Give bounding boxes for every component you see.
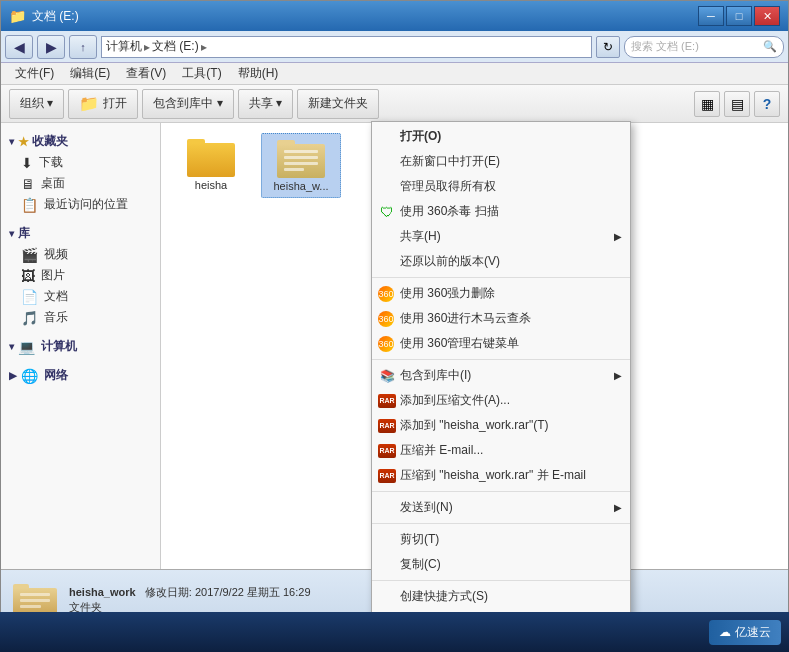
network-section: ▶ 🌐 网络 (1, 365, 160, 386)
recent-icon: 📋 (21, 197, 38, 213)
sidebar-item-pictures[interactable]: 🖼 图片 (1, 265, 160, 286)
libraries-section: ▾ 库 🎬 视频 🖼 图片 📄 文档 🎵 音乐 (1, 223, 160, 328)
file-item-heisha[interactable]: heisha (171, 133, 251, 198)
status-text: heisha_work 修改日期: 2017/9/22 星期五 16:29 文件… (69, 585, 311, 615)
file-label-heisha: heisha (195, 179, 227, 192)
menu-edit[interactable]: 编辑(E) (62, 63, 118, 84)
breadcrumb-computer[interactable]: 计算机 (106, 38, 142, 55)
new-folder-label: 新建文件夹 (308, 95, 368, 112)
search-icon: 🔍 (763, 40, 777, 53)
window-title: 文档 (E:) (32, 8, 698, 25)
minimize-button[interactable]: ─ (698, 6, 724, 26)
ctx-360-scan[interactable]: 🛡 使用 360杀毒 扫描 (372, 199, 630, 224)
computer-header[interactable]: ▾ 💻 计算机 (1, 336, 160, 357)
ctx-360-force-delete[interactable]: 360 使用 360强力删除 (372, 281, 630, 306)
context-menu: 打开(O) 在新窗口中打开(E) 管理员取得所有权 🛡 使用 360杀毒 扫描 … (371, 121, 631, 652)
ctx-360-trojan-scan[interactable]: 360 使用 360进行木马云查杀 (372, 306, 630, 331)
favorites-arrow: ▾ (9, 136, 14, 147)
organize-button[interactable]: 组织 ▾ (9, 89, 64, 119)
sidebar-item-music[interactable]: 🎵 音乐 (1, 307, 160, 328)
folder-inner-lines (284, 150, 318, 172)
menu-tools[interactable]: 工具(T) (174, 63, 229, 84)
ctx-cut[interactable]: 剪切(T) (372, 527, 630, 552)
forward-button[interactable]: ▶ (37, 35, 65, 59)
help-button[interactable]: ? (754, 91, 780, 117)
rar-icon-4: RAR (378, 469, 396, 483)
favorites-label: 收藏夹 (32, 133, 68, 150)
ctx-open-new-window[interactable]: 在新窗口中打开(E) (372, 149, 630, 174)
download-icon: ⬇ (21, 155, 33, 171)
maximize-button[interactable]: □ (726, 6, 752, 26)
libraries-header[interactable]: ▾ 库 (1, 223, 160, 244)
menu-help[interactable]: 帮助(H) (230, 63, 287, 84)
explorer-window: 📁 文档 (E:) ─ □ ✕ ◀ ▶ ↑ 计算机 ▸ 文档 (E:) ▸ ↻ … (0, 0, 789, 628)
taskbar: ☁ 亿速云 (0, 612, 789, 652)
ctx-add-to-archive[interactable]: RAR 添加到压缩文件(A)... (372, 388, 630, 413)
preview-toggle-button[interactable]: ▤ (724, 91, 750, 117)
sidebar-item-recent[interactable]: 📋 最近访问的位置 (1, 194, 160, 215)
ctx-copy[interactable]: 复制(C) (372, 552, 630, 577)
ctx-send-to[interactable]: 发送到(N) (372, 495, 630, 520)
sidebar-item-video[interactable]: 🎬 视频 (1, 244, 160, 265)
ctx-restore-prev[interactable]: 还原以前的版本(V) (372, 249, 630, 274)
network-header[interactable]: ▶ 🌐 网络 (1, 365, 160, 386)
ctx-sep-5 (372, 580, 630, 581)
video-icon: 🎬 (21, 247, 38, 263)
menu-file[interactable]: 文件(F) (7, 63, 62, 84)
open-button[interactable]: 📁 打开 (68, 89, 138, 119)
ctx-share[interactable]: 共享(H) (372, 224, 630, 249)
sidebar-item-download[interactable]: ⬇ 下载 (1, 152, 160, 173)
libraries-arrow: ▾ (9, 228, 14, 239)
favorites-header[interactable]: ▾ ★ 收藏夹 (1, 131, 160, 152)
ctx-include-library[interactable]: 📚 包含到库中(I) (372, 363, 630, 388)
file-label-heisha-work: heisha_w... (273, 180, 328, 193)
sidebar-item-desktop[interactable]: 🖥 桌面 (1, 173, 160, 194)
menu-view[interactable]: 查看(V) (118, 63, 174, 84)
ctx-open[interactable]: 打开(O) (372, 124, 630, 149)
search-box[interactable]: 搜索 文档 (E:) 🔍 (624, 36, 784, 58)
ctx-admin-ownership[interactable]: 管理员取得所有权 (372, 174, 630, 199)
ctx-360-manage-rightclick[interactable]: 360 使用 360管理右键菜单 (372, 331, 630, 356)
include-button[interactable]: 包含到库中 ▾ (142, 89, 233, 119)
address-path[interactable]: 计算机 ▸ 文档 (E:) ▸ (101, 36, 592, 58)
file-item-heisha-work[interactable]: heisha_w... (261, 133, 341, 198)
folder-icon-heisha (187, 137, 235, 177)
rar-icon-1: RAR (378, 394, 396, 408)
search-placeholder: 搜索 文档 (E:) (631, 39, 699, 54)
music-icon: 🎵 (21, 310, 38, 326)
icon-360-manage: 360 (378, 336, 394, 352)
ctx-sep-3 (372, 491, 630, 492)
share-button[interactable]: 共享 ▾ (238, 89, 293, 119)
ctx-add-to-rar[interactable]: RAR 添加到 "heisha_work.rar"(T) (372, 413, 630, 438)
close-button[interactable]: ✕ (754, 6, 780, 26)
breadcrumb-drive[interactable]: 文档 (E:) (152, 38, 199, 55)
new-folder-button[interactable]: 新建文件夹 (297, 89, 379, 119)
network-label: 网络 (44, 367, 68, 384)
rar-icon-2: RAR (378, 419, 396, 433)
sidebar-item-documents[interactable]: 📄 文档 (1, 286, 160, 307)
shield-icon: 🛡 (378, 203, 396, 221)
pictures-icon: 🖼 (21, 268, 35, 284)
computer-icon: 💻 (18, 339, 35, 355)
folder-body (187, 143, 235, 177)
ctx-create-shortcut[interactable]: 创建快捷方式(S) (372, 584, 630, 609)
ctx-compress-rar-email[interactable]: RAR 压缩到 "heisha_work.rar" 并 E-mail (372, 463, 630, 488)
breadcrumb-sep2: ▸ (201, 40, 207, 54)
back-button[interactable]: ◀ (5, 35, 33, 59)
ctx-sep-2 (372, 359, 630, 360)
organize-label: 组织 ▾ (20, 95, 53, 112)
library-icon: 📚 (378, 367, 396, 385)
view-toggle-button[interactable]: ▦ (694, 91, 720, 117)
icon-360-force: 360 (378, 286, 394, 302)
taskbar-watermark: ☁ 亿速云 (709, 620, 781, 645)
up-button[interactable]: ↑ (69, 35, 97, 59)
breadcrumb: 计算机 ▸ 文档 (E:) ▸ (106, 38, 209, 55)
breadcrumb-sep1: ▸ (144, 40, 150, 54)
folder-line-3 (284, 162, 318, 165)
computer-label: 计算机 (41, 338, 77, 355)
ctx-compress-email[interactable]: RAR 压缩并 E-mail... (372, 438, 630, 463)
refresh-button[interactable]: ↻ (596, 36, 620, 58)
folder-line-2 (284, 156, 318, 159)
folder-line-4 (284, 168, 304, 171)
watermark-text: 亿速云 (735, 624, 771, 641)
